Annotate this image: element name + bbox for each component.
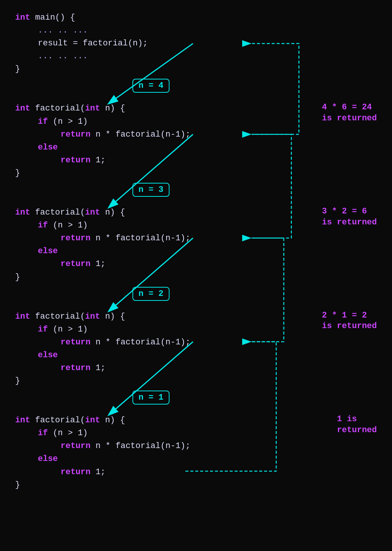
n2-box: n = 2 — [132, 287, 170, 301]
return-label-4: 1 isreturned — [337, 414, 377, 436]
line-f4-2: if (n > 1) — [38, 427, 384, 440]
section-factorial1: int factorial(int n) { if (n > 1) return… — [15, 102, 384, 180]
line-f1-4: else — [38, 141, 384, 154]
line-f4-1: int factorial(int n) { — [15, 414, 384, 427]
line-f3-3: return n * factorial(n-1); — [61, 336, 384, 349]
line-main-1: int main() { — [15, 11, 384, 24]
line-main-5: } — [15, 63, 384, 76]
section-main: int main() { ... .. ... result = factori… — [15, 11, 384, 76]
line-f2-4: else — [38, 245, 384, 258]
line-f2-3: return n * factorial(n-1); — [61, 232, 384, 245]
arrow-area-2: n = 3 — [15, 180, 384, 206]
line-f1-3: return n * factorial(n-1); — [61, 128, 384, 141]
line-main-2: ... .. ... — [38, 24, 384, 37]
line-f4-5: return 1; — [61, 466, 384, 479]
main-container: int main() { ... .. ... result = factori… — [0, 0, 392, 551]
line-f3-5: return 1; — [61, 362, 384, 375]
line-f2-5: return 1; — [61, 258, 384, 271]
code-block-main: int main() { ... .. ... result = factori… — [15, 11, 384, 76]
return-label-3: 2 * 1 = 2is returned — [322, 310, 377, 332]
line-f1-5: return 1; — [61, 154, 384, 167]
return-label-2: 3 * 2 = 6is returned — [322, 206, 377, 228]
n3-box: n = 3 — [132, 183, 170, 197]
line-main-3: result = factorial(n); — [38, 37, 384, 50]
line-main-4: ... .. ... — [38, 50, 384, 63]
code-block-f4: int factorial(int n) { if (n > 1) return… — [15, 414, 384, 492]
return-label-1: 4 * 6 = 24is returned — [322, 102, 377, 124]
arrow-area-1: n = 4 — [15, 76, 384, 102]
kw-int-main: int — [15, 13, 30, 22]
section-factorial2: int factorial(int n) { if (n > 1) return… — [15, 206, 384, 284]
n1-box: n = 1 — [132, 391, 170, 405]
line-f3-4: else — [38, 349, 384, 362]
arrow-area-3: n = 2 — [15, 284, 384, 310]
section-factorial4: int factorial(int n) { if (n > 1) return… — [15, 414, 384, 492]
line-f4-3: return n * factorial(n-1); — [61, 440, 384, 453]
n4-box: n = 4 — [132, 79, 170, 93]
line-f4-4: else — [38, 453, 384, 465]
line-f3-6: } — [15, 375, 384, 388]
line-f4-6: } — [15, 479, 384, 492]
line-f1-6: } — [15, 167, 384, 180]
arrow-area-4: n = 1 — [15, 388, 384, 414]
section-factorial3: int factorial(int n) { if (n > 1) return… — [15, 310, 384, 388]
line-f2-6: } — [15, 271, 384, 284]
